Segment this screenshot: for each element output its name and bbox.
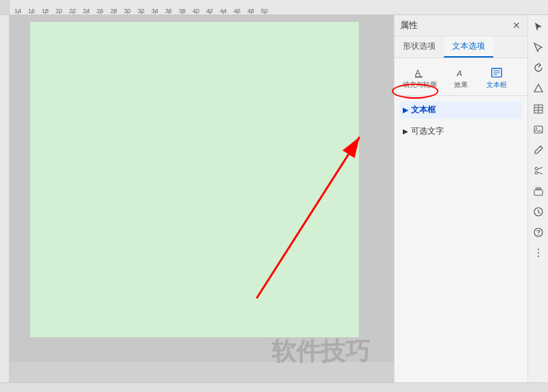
svg-line-18 xyxy=(538,167,543,169)
section-label-textframe: 文本框 xyxy=(411,104,436,116)
toolbar-scissors-icon[interactable] xyxy=(531,163,546,178)
toolbar-table-icon[interactable] xyxy=(531,101,546,117)
ruler-tick: 26 xyxy=(93,8,107,14)
textframe-icon xyxy=(490,66,503,79)
fill-icon: A xyxy=(414,66,426,79)
svg-point-17 xyxy=(535,171,538,174)
ruler-tick: 28 xyxy=(107,8,121,14)
icon-tab-textframe[interactable]: 文本框 xyxy=(480,64,514,93)
ruler-tick: 20 xyxy=(52,8,66,14)
svg-point-27 xyxy=(538,256,539,257)
fill-label: 填充与轮廓 xyxy=(403,80,437,90)
ruler-tick: 48 xyxy=(244,8,258,14)
effects-label: 效果 xyxy=(454,80,468,90)
top-ruler: 14161820222426283032343638404244464850 xyxy=(0,0,548,15)
panel-header: 属性 ✕ xyxy=(395,15,527,36)
ruler-tick: 34 xyxy=(148,8,162,14)
section-textframe[interactable]: ▶ 文本框 xyxy=(400,101,522,119)
svg-line-19 xyxy=(538,172,543,174)
ruler-tick: 30 xyxy=(121,8,134,14)
toolbar-image-icon[interactable] xyxy=(531,122,546,137)
toolbar-triangle-icon[interactable] xyxy=(531,81,546,96)
effects-icon: A xyxy=(455,66,467,79)
section-optional-text[interactable]: ▶ 可选文字 xyxy=(400,123,522,140)
toolbar-more-icon[interactable] xyxy=(531,245,546,260)
toolbar-layers-icon[interactable] xyxy=(531,184,546,199)
canvas-page xyxy=(30,22,359,337)
toolbar-select-icon[interactable] xyxy=(531,40,546,55)
properties-panel: 属性 ✕ 形状选项 文本选项 A 填充与轮廓 A 效果 xyxy=(394,15,527,382)
section-arrow-optional: ▶ xyxy=(403,127,408,135)
ruler-tick: 40 xyxy=(189,8,203,14)
toolbar-edit-icon[interactable] xyxy=(531,143,546,158)
svg-point-16 xyxy=(535,167,538,170)
section-arrow-textframe: ▶ xyxy=(403,106,408,114)
ruler-tick: 46 xyxy=(230,8,244,14)
ruler-corner xyxy=(0,0,10,14)
ruler-tick: 50 xyxy=(258,8,271,14)
canvas-area[interactable]: 软件技巧 xyxy=(10,15,394,382)
bottom-bar xyxy=(0,382,548,392)
panel-close-button[interactable]: ✕ xyxy=(511,20,522,31)
canvas-content xyxy=(10,15,394,362)
vertical-ruler xyxy=(0,15,10,382)
toolbar-clock-icon[interactable] xyxy=(531,204,546,219)
ruler-tick: 42 xyxy=(203,8,216,14)
section-label-optional: 可选文字 xyxy=(411,125,444,137)
panel-content: ▶ 文本框 ▶ 可选文字 xyxy=(395,96,527,382)
tab-text-options[interactable]: 文本选项 xyxy=(444,36,493,58)
svg-point-15 xyxy=(536,127,537,129)
tab-shape-options[interactable]: 形状选项 xyxy=(395,36,444,58)
icon-tab-fill[interactable]: A 填充与轮廓 xyxy=(397,64,443,93)
toolbar-help-icon[interactable] xyxy=(531,225,546,240)
ruler-tick: 16 xyxy=(25,8,38,14)
ruler-tick: 32 xyxy=(134,8,148,14)
svg-marker-9 xyxy=(534,84,543,92)
ruler-tick: 24 xyxy=(79,8,93,14)
icon-tabs: A 填充与轮廓 A 效果 文本框 xyxy=(395,58,527,96)
ruler-tick: 18 xyxy=(38,8,52,14)
ruler-tick: 22 xyxy=(66,8,79,14)
panel-tabs: 形状选项 文本选项 xyxy=(395,36,527,58)
svg-point-26 xyxy=(538,252,539,254)
panel-title: 属性 xyxy=(400,19,418,32)
toolbar-cursor-icon[interactable] xyxy=(531,19,546,34)
ruler-tick: 36 xyxy=(162,8,175,14)
ruler-ticks: 14161820222426283032343638404244464850 xyxy=(10,0,548,14)
main-area: 软件技巧 属性 ✕ 形状选项 文本选项 A 填充与轮廓 xyxy=(0,15,548,382)
horizontal-ruler: 14161820222426283032343638404244464850 xyxy=(10,0,548,14)
svg-text:A: A xyxy=(456,69,462,77)
svg-rect-20 xyxy=(534,190,543,195)
textframe-label: 文本框 xyxy=(486,80,507,90)
ruler-tick: 38 xyxy=(175,8,189,14)
toolbar-rotate-icon[interactable] xyxy=(531,60,546,75)
svg-point-24 xyxy=(538,234,539,235)
ruler-tick: 14 xyxy=(11,8,25,14)
ruler-tick: 44 xyxy=(216,8,230,14)
icon-tab-effects[interactable]: A 效果 xyxy=(444,64,478,93)
svg-rect-21 xyxy=(536,188,541,189)
svg-point-25 xyxy=(538,249,539,250)
right-toolbar xyxy=(527,15,548,382)
